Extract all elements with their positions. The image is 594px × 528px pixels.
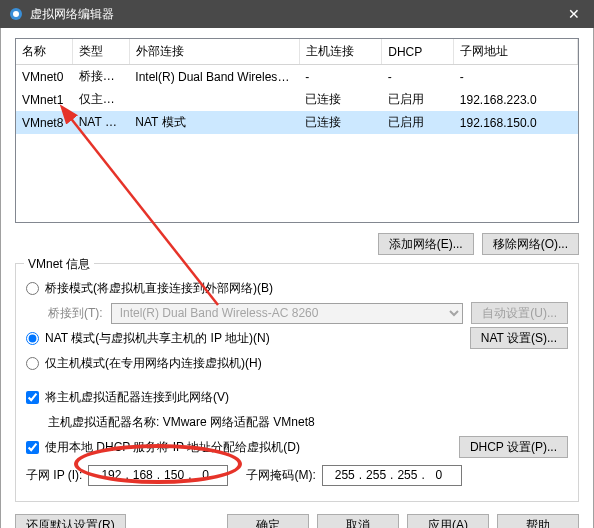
- subnet-ip-input[interactable]: . . .: [88, 465, 228, 486]
- connect-host-checkbox[interactable]: [26, 391, 39, 404]
- column-header[interactable]: 主机连接: [299, 39, 381, 65]
- nat-settings-button[interactable]: NAT 设置(S)...: [470, 327, 568, 349]
- table-row[interactable]: VMnet0桥接模式Intel(R) Dual Band Wireless-..…: [16, 65, 578, 89]
- bridge-adapter-select: Intel(R) Dual Band Wireless-AC 8260: [111, 303, 464, 324]
- cancel-button[interactable]: 取消: [317, 514, 399, 528]
- ok-button[interactable]: 确定: [227, 514, 309, 528]
- ip-octet-2[interactable]: [130, 467, 156, 484]
- nat-radio[interactable]: [26, 332, 39, 345]
- mask-octet-4[interactable]: [426, 467, 452, 484]
- vmnet-info-group: VMnet 信息 桥接模式(将虚拟机直接连接到外部网络)(B) 桥接到(T): …: [15, 263, 579, 502]
- group-title: VMnet 信息: [24, 256, 94, 273]
- network-table[interactable]: 名称类型外部连接主机连接DHCP子网地址 VMnet0桥接模式Intel(R) …: [15, 38, 579, 223]
- column-header[interactable]: DHCP: [382, 39, 454, 65]
- close-button[interactable]: ✕: [554, 0, 594, 28]
- window-title: 虚拟网络编辑器: [30, 6, 554, 23]
- hostonly-radio-label: 仅主机模式(在专用网络内连接虚拟机)(H): [45, 355, 262, 372]
- column-header[interactable]: 外部连接: [129, 39, 299, 65]
- add-network-button[interactable]: 添加网络(E)...: [378, 233, 474, 255]
- bridge-radio[interactable]: [26, 282, 39, 295]
- ip-octet-3[interactable]: [161, 467, 187, 484]
- subnet-mask-input[interactable]: . . .: [322, 465, 462, 486]
- ip-octet-4[interactable]: [192, 467, 218, 484]
- restore-defaults-button[interactable]: 还原默认设置(R): [15, 514, 126, 528]
- table-row[interactable]: VMnet8NAT 模式NAT 模式已连接已启用192.168.150.0: [16, 111, 578, 134]
- column-header[interactable]: 类型: [73, 39, 130, 65]
- svg-point-1: [13, 11, 19, 17]
- mask-octet-3[interactable]: [394, 467, 420, 484]
- mask-octet-2[interactable]: [363, 467, 389, 484]
- table-row[interactable]: VMnet1仅主机...已连接已启用192.168.223.0: [16, 88, 578, 111]
- help-button[interactable]: 帮助: [497, 514, 579, 528]
- subnet-mask-label: 子网掩码(M):: [246, 467, 315, 484]
- nat-radio-label: NAT 模式(与虚拟机共享主机的 IP 地址)(N): [45, 330, 270, 347]
- mask-octet-1[interactable]: [332, 467, 358, 484]
- use-dhcp-label: 使用本地 DHCP 服务将 IP 地址分配给虚拟机(D): [45, 439, 300, 456]
- use-dhcp-checkbox[interactable]: [26, 441, 39, 454]
- column-header[interactable]: 名称: [16, 39, 73, 65]
- host-adapter-name: 主机虚拟适配器名称: VMware 网络适配器 VMnet8: [48, 414, 315, 431]
- hostonly-radio[interactable]: [26, 357, 39, 370]
- dhcp-settings-button[interactable]: DHCP 设置(P)...: [459, 436, 568, 458]
- apply-button[interactable]: 应用(A): [407, 514, 489, 528]
- column-header[interactable]: 子网地址: [454, 39, 578, 65]
- bridge-to-label: 桥接到(T):: [48, 305, 103, 322]
- bridge-radio-label: 桥接模式(将虚拟机直接连接到外部网络)(B): [45, 280, 273, 297]
- ip-octet-1[interactable]: [98, 467, 124, 484]
- auto-settings-button: 自动设置(U)...: [471, 302, 568, 324]
- remove-network-button[interactable]: 移除网络(O)...: [482, 233, 579, 255]
- titlebar: 虚拟网络编辑器 ✕: [0, 0, 594, 28]
- subnet-ip-label: 子网 IP (I):: [26, 467, 82, 484]
- connect-host-label: 将主机虚拟适配器连接到此网络(V): [45, 389, 229, 406]
- app-icon: [8, 6, 24, 22]
